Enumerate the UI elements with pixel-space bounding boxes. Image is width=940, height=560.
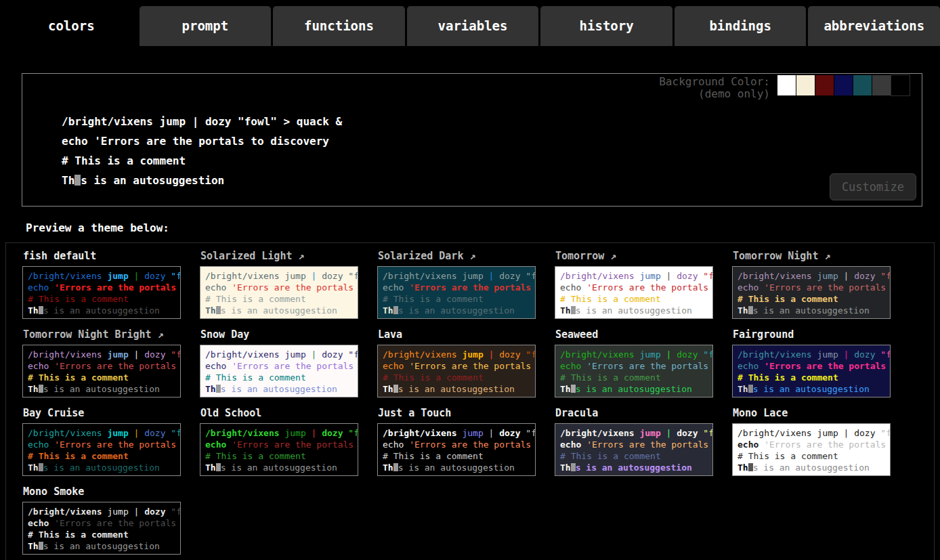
tok-error: 'Errors are the portals to discovery xyxy=(586,361,713,371)
theme-line-command: /bright/vixens jump | dozy "fowl" > quac… xyxy=(205,427,353,439)
tok-pipe: | xyxy=(489,428,494,438)
customize-button[interactable]: Customize xyxy=(830,173,916,200)
tab-bindings[interactable]: bindings xyxy=(675,6,807,46)
tok-th: Th xyxy=(560,305,571,316)
theme-line-command: /bright/vixens jump | dozy "fowl" > quac… xyxy=(383,349,530,360)
theme-line-comment: # This is a comment xyxy=(560,450,708,462)
theme-card[interactable]: /bright/vixens jump | dozy "fowl" > quac… xyxy=(377,266,536,319)
tok-comment: # This is a comment xyxy=(738,294,838,304)
theme-card[interactable]: /bright/vixens jump | dozy "fowl" > quac… xyxy=(555,423,713,476)
swatch-cream[interactable] xyxy=(796,75,815,95)
tok-cmd2: dozy xyxy=(144,507,165,517)
tok-error: 'Errors are the portals to discovery xyxy=(764,361,891,371)
theme-title[interactable]: Solarized Light ↗ xyxy=(200,250,358,263)
tab-colors[interactable]: colors xyxy=(5,6,137,46)
swatch-maroon[interactable] xyxy=(815,75,834,95)
theme-line-autosuggestion: Ths is an autosuggestion xyxy=(28,540,175,552)
background-color-picker: Background Color: (demo only) xyxy=(659,75,910,100)
theme-title[interactable]: Snow Day xyxy=(200,328,358,342)
theme-text-cursor xyxy=(216,463,221,471)
theme-item: Seaweed /bright/vixens jump | dozy "fowl… xyxy=(555,326,713,397)
theme-line-command: /bright/vixens jump | dozy "fowl" > quac… xyxy=(28,349,175,360)
tok-comment: # This is a comment xyxy=(205,372,306,383)
theme-card[interactable]: /bright/vixens jump | dozy "fowl" > quac… xyxy=(22,423,181,476)
theme-title[interactable]: Lava xyxy=(378,328,536,342)
tab-functions[interactable]: functions xyxy=(273,6,405,46)
theme-card[interactable]: /bright/vixens jump | dozy "fowl" > quac… xyxy=(200,266,358,319)
theme-card[interactable]: /bright/vixens jump | dozy "fowl" > quac… xyxy=(22,502,181,555)
swatch-navy[interactable] xyxy=(834,75,853,95)
autosuggestion-before-cursor: Th xyxy=(62,174,74,187)
tab-variables[interactable]: variables xyxy=(407,6,539,46)
tok-cmd1: /bright/vixens xyxy=(28,349,102,360)
theme-line-comment: # This is a comment xyxy=(383,293,530,305)
tok-param: jump xyxy=(107,271,128,281)
tok-pipe: | xyxy=(666,271,672,281)
tok-auto: s is an autosuggestion xyxy=(576,384,692,394)
swatch-teal[interactable] xyxy=(853,75,872,95)
theme-title[interactable]: Mono Smoke xyxy=(23,486,181,499)
theme-card[interactable]: /bright/vixens jump | dozy "fowl" > quac… xyxy=(22,266,181,319)
theme-card[interactable]: /bright/vixens jump | dozy "fowl" > quac… xyxy=(732,423,891,476)
theme-line-autosuggestion: Ths is an autosuggestion xyxy=(28,305,175,316)
tok-th: Th xyxy=(383,462,393,473)
theme-line-error: echo 'Errors are the portals to discover… xyxy=(383,439,530,450)
theme-line-command: /bright/vixens jump | dozy "fowl" > quac… xyxy=(383,427,530,439)
theme-line-comment: # This is a comment xyxy=(738,450,885,462)
themes-container: fish default /bright/vixens jump | dozy … xyxy=(5,242,935,560)
tok-cmd2: dozy xyxy=(854,428,875,438)
tok-cmd2: dozy xyxy=(499,349,520,360)
tok-comment: # This is a comment xyxy=(205,451,306,461)
theme-text-cursor xyxy=(39,542,43,550)
tab-prompt[interactable]: prompt xyxy=(140,6,272,46)
theme-card[interactable]: /bright/vixens jump | dozy "fowl" > quac… xyxy=(22,345,181,397)
theme-card[interactable]: /bright/vixens jump | dozy "fowl" > quac… xyxy=(377,345,536,397)
theme-line-comment: # This is a comment xyxy=(205,372,353,383)
tok-cmd2: dozy xyxy=(854,271,875,281)
theme-title[interactable]: fish default xyxy=(23,250,181,263)
theme-line-comment: # This is a comment xyxy=(205,293,353,305)
tok-pipe: | xyxy=(134,428,140,438)
theme-title[interactable]: Tomorrow ↗ xyxy=(555,250,713,263)
theme-title[interactable]: Dracula xyxy=(555,407,713,421)
tok-echo: echo xyxy=(560,439,581,450)
tok-pipe: | xyxy=(134,271,140,281)
tok-error: 'Errors are the portals to discovery xyxy=(232,439,358,450)
theme-card[interactable]: /bright/vixens jump | dozy "fowl" > quac… xyxy=(555,345,713,397)
tok-auto: s is an autosuggestion xyxy=(576,305,692,316)
theme-card[interactable]: /bright/vixens jump | dozy "fowl" > quac… xyxy=(732,266,891,319)
theme-title[interactable]: Fairground xyxy=(733,328,891,342)
theme-card[interactable]: /bright/vixens jump | dozy "fowl" > quac… xyxy=(555,266,713,319)
theme-grid: fish default /bright/vixens jump | dozy … xyxy=(6,243,934,560)
tab-history[interactable]: history xyxy=(540,6,672,46)
swatch-dark-gray[interactable] xyxy=(872,75,891,95)
theme-line-autosuggestion: Ths is an autosuggestion xyxy=(28,383,175,395)
theme-title[interactable]: Seaweed xyxy=(555,328,713,342)
theme-title[interactable]: Bay Cruise xyxy=(23,407,181,421)
theme-title[interactable]: Mono Lace xyxy=(733,407,891,421)
swatch-black[interactable] xyxy=(891,75,910,95)
theme-title[interactable]: Tomorrow Night Bright ↗ xyxy=(23,328,181,342)
theme-line-command: /bright/vixens jump | dozy "fowl" > quac… xyxy=(560,427,708,439)
tok-th: Th xyxy=(560,462,571,473)
theme-card[interactable]: /bright/vixens jump | dozy "fowl" > quac… xyxy=(377,423,536,476)
theme-title[interactable]: Tomorrow Night ↗ xyxy=(733,250,891,263)
tok-quote: "fowl" xyxy=(880,271,891,281)
tok-param: jump xyxy=(639,271,660,281)
theme-card[interactable]: /bright/vixens jump | dozy "fowl" > quac… xyxy=(200,345,358,397)
tok-quote: "fowl" xyxy=(703,428,713,438)
swatch-white[interactable] xyxy=(777,75,796,95)
theme-line-error: echo 'Errors are the portals to discover… xyxy=(560,360,708,372)
theme-title[interactable]: Old School xyxy=(200,407,358,421)
theme-line-error: echo 'Errors are the portals to discover… xyxy=(205,439,353,450)
theme-line-command: /bright/vixens jump | dozy "fowl" > quac… xyxy=(28,270,175,282)
theme-text-cursor xyxy=(571,306,576,314)
background-color-label: Background Color: (demo only) xyxy=(659,76,770,100)
tok-quote: "fowl" xyxy=(348,271,358,281)
theme-title[interactable]: Solarized Dark ↗ xyxy=(378,250,536,263)
tab-abbreviations[interactable]: abbreviations xyxy=(808,6,940,46)
theme-card[interactable]: /bright/vixens jump | dozy "fowl" > quac… xyxy=(200,423,358,476)
theme-title[interactable]: Just a Touch xyxy=(378,407,536,421)
theme-line-error: echo 'Errors are the portals to discover… xyxy=(383,282,530,293)
theme-card[interactable]: /bright/vixens jump | dozy "fowl" > quac… xyxy=(732,345,891,397)
